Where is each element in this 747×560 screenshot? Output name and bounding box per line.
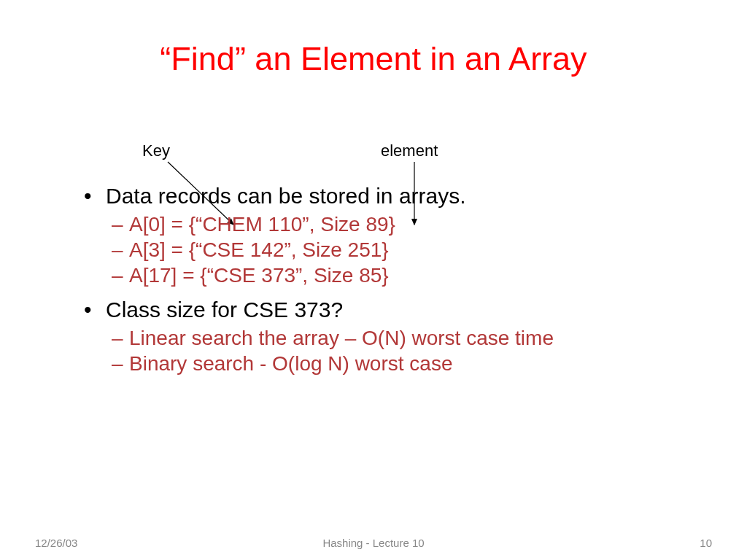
bullet-sub-2b: Binary search - O(log N) worst case — [84, 352, 682, 376]
annotation-element: element — [381, 141, 438, 160]
footer-title: Hashing - Lecture 10 — [0, 537, 747, 549]
slide-body: Data records can be stored in arrays. A[… — [84, 184, 682, 378]
bullet-sub-1c: A[17] = {“CSE 373”, Size 85} — [84, 264, 682, 287]
annotation-key: Key — [142, 141, 170, 160]
bullet-sub-1b: A[3] = {“CSE 142”, Size 251} — [84, 238, 682, 262]
bullet-sub-2a: Linear search the array – O(N) worst cas… — [84, 327, 682, 350]
bullet-main-2: Class size for CSE 373? — [84, 298, 682, 322]
slide-title: “Find” an Element in an Array — [0, 0, 747, 78]
footer-page-number: 10 — [700, 537, 712, 549]
bullet-main-1: Data records can be stored in arrays. — [84, 184, 682, 209]
bullet-sub-1a: A[0] = {“CHEM 110”, Size 89} — [84, 213, 682, 236]
